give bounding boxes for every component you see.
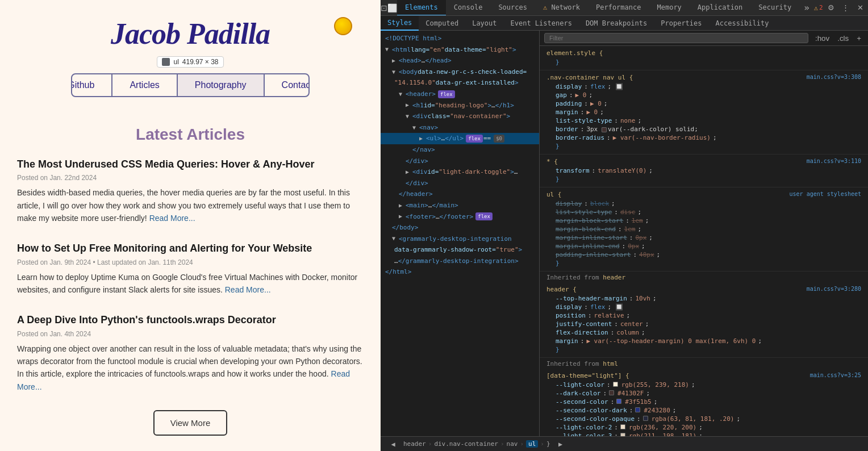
css-prop: display: flex; 🔲: [546, 303, 861, 311]
dom-line[interactable]: <!DOCTYPE html>: [381, 33, 539, 44]
css-prop: }: [546, 58, 861, 66]
filter-input[interactable]: [544, 33, 808, 43]
dom-line[interactable]: </nav>: [381, 144, 539, 156]
dom-line[interactable]: <h1 id="heading-logo"> … </h1>: [381, 100, 539, 111]
breadcrumb-item-header[interactable]: header: [403, 440, 426, 448]
nav-item-articles[interactable]: Articles: [112, 74, 177, 96]
dom-line[interactable]: <grammarly-desktop-integration: [381, 233, 539, 245]
breadcrumb-bar: ◀ header › div.nav-container › nav › ul …: [381, 436, 868, 451]
dom-line[interactable]: </div>: [381, 156, 539, 167]
dom-line[interactable]: data-grammarly-shadow-root="true">: [381, 244, 539, 256]
css-prop-struck: display: block;: [546, 199, 861, 208]
nav-item-github[interactable]: Github: [71, 74, 112, 96]
tab-dom-breakpoints[interactable]: DOM Breakpoints: [579, 16, 654, 31]
css-prop-struck: margin-inline-start: 0px;: [546, 233, 861, 242]
dom-line[interactable]: <body data-new-gr-c-s-check-loaded=: [381, 66, 539, 78]
article-title: How to Set Up Free Monitoring and Alerti…: [17, 241, 364, 256]
dom-line[interactable]: <header>flex: [381, 89, 539, 100]
filter-add-button[interactable]: +: [854, 34, 863, 43]
more-tabs-button[interactable]: »: [799, 2, 814, 13]
dom-line[interactable]: <div id="light-dark-toggle"> …: [381, 166, 539, 178]
tab-styles[interactable]: Styles: [381, 16, 419, 31]
read-more-link[interactable]: Read More...: [225, 285, 271, 294]
css-selector: main.css?v=3:280 header {: [546, 286, 861, 293]
css-prop: border: 3px var(--dark-color) solid;: [546, 125, 861, 133]
css-prop: margin: ▶ 0;: [546, 108, 861, 116]
breadcrumb-forward-button[interactable]: ▶: [553, 436, 569, 452]
article-excerpt: Wrapping one object over another can res…: [17, 343, 364, 394]
settings-gear-button[interactable]: ⚙: [824, 1, 838, 15]
devtools-close-button[interactable]: ✕: [854, 1, 867, 15]
dom-line[interactable]: <main> … </main>: [381, 200, 539, 211]
breadcrumb-item-nav[interactable]: nav: [507, 440, 518, 448]
css-block-ul: user agent stylesheet ul { display: bloc…: [540, 187, 868, 272]
dom-line[interactable]: <div class="nav-container">: [381, 111, 539, 122]
site-logo: Jacob Padilla: [11, 17, 369, 51]
dom-line[interactable]: <nav>: [381, 122, 539, 133]
devtools-inspect-button[interactable]: ⊡: [381, 0, 387, 16]
nav-item-contact[interactable]: Contact: [265, 74, 310, 96]
tab-memory[interactable]: Memory: [649, 0, 689, 16]
filter-buttons: :hov .cls +: [813, 34, 863, 43]
tab-computed[interactable]: Computed: [419, 16, 465, 31]
tab-performance[interactable]: Performance: [588, 0, 649, 16]
dom-line[interactable]: <head> … </head>: [381, 55, 539, 66]
css-prop: }: [546, 259, 861, 268]
css-selector: user agent stylesheet ul {: [546, 191, 861, 198]
website-panel: Jacob Padilla ul 419.97 × 38 Github Arti…: [0, 0, 381, 451]
dom-line[interactable]: <footer> … </footer> flex: [381, 211, 539, 223]
tab-event-listeners[interactable]: Event Listeners: [504, 16, 579, 31]
css-selector: main.css?v=3:110 * {: [546, 158, 861, 165]
css-prop: --dark-color: #41302F;: [546, 389, 861, 398]
read-more-link[interactable]: Read More...: [149, 214, 195, 223]
css-prop: }: [546, 345, 861, 354]
error-badge: ⚠: [814, 4, 818, 12]
css-block-header: main.css?v=3:280 header { --top-header-m…: [540, 282, 868, 358]
breadcrumb-back-button[interactable]: ◀: [385, 436, 401, 452]
dom-line[interactable]: … </grammarly-desktop-integration>: [381, 256, 539, 267]
dom-line[interactable]: </html>: [381, 266, 539, 278]
css-block-star: main.css?v=3:110 * { transform: translat…: [540, 154, 868, 187]
tab-network[interactable]: ⚠ Network: [535, 0, 588, 16]
filter-bar: :hov .cls +: [540, 31, 868, 46]
article-excerpt: Besides width-based media queries, the h…: [17, 186, 364, 224]
tab-security[interactable]: Security: [750, 0, 799, 16]
css-prop-struck: list-style-type: disc;: [546, 208, 861, 216]
tab-accessibility[interactable]: Accessibility: [709, 16, 776, 31]
element-style-block: element.style { }: [540, 46, 868, 70]
tab-properties[interactable]: Properties: [654, 16, 708, 31]
view-more-button[interactable]: View More: [153, 410, 228, 436]
inherited-label-html: Inherited from html: [540, 358, 868, 369]
tab-console[interactable]: Console: [446, 0, 491, 16]
breadcrumb-close-brace[interactable]: }: [546, 440, 550, 448]
filter-hov-button[interactable]: :hov: [813, 34, 832, 43]
tab-layout[interactable]: Layout: [465, 16, 503, 31]
breadcrumb-item-nav-container[interactable]: div.nav-container: [434, 440, 498, 448]
devtools-device-button[interactable]: ⬜: [387, 0, 397, 16]
dom-line[interactable]: <html lang="en" data-theme="light">: [381, 44, 539, 56]
css-selector: element.style {: [546, 49, 861, 57]
css-block-html: main.css?v=3:25 [data-theme="light"] { -…: [540, 369, 868, 436]
circle-indicator: [334, 17, 352, 35]
tab-application[interactable]: Application: [690, 0, 750, 16]
css-block-nav: main.css?v=3:308 .nav-container nav ul {…: [540, 70, 868, 154]
tab-sources[interactable]: Sources: [490, 0, 535, 16]
devtools-dots-button[interactable]: ⋮: [839, 1, 853, 15]
css-prop-struck: padding-inline-start: 40px;: [546, 250, 861, 259]
inspect-dimensions: 419.97 × 38: [182, 58, 219, 66]
tab-elements[interactable]: Elements: [397, 0, 446, 16]
dom-line[interactable]: "14.1154.0" data-gr-ext-installed>: [381, 77, 539, 89]
dom-panel: <!DOCTYPE html> <html lang="en" data-the…: [381, 31, 540, 436]
dom-line[interactable]: </div>: [381, 178, 539, 189]
breadcrumb-item-ul[interactable]: ul: [526, 440, 538, 448]
article-meta: Posted on Jan. 4th 2024: [17, 330, 364, 338]
dom-line[interactable]: </body>: [381, 222, 539, 233]
css-prop: --light-color: rgb(255, 239, 218);: [546, 381, 861, 389]
dom-line-selected[interactable]: <ul> … </ul> flex == $0: [381, 133, 539, 144]
filter-cls-button[interactable]: .cls: [835, 34, 851, 43]
nav-item-photography[interactable]: Photography: [178, 74, 265, 96]
devtools-settings: ⚠ 2 ⚙ ⋮ ✕: [814, 1, 868, 15]
badge-count: 2: [819, 4, 823, 11]
dom-line[interactable]: </header>: [381, 189, 539, 200]
css-prop: --second-color-opaque: rgba(63, 81, 181,…: [546, 415, 861, 423]
